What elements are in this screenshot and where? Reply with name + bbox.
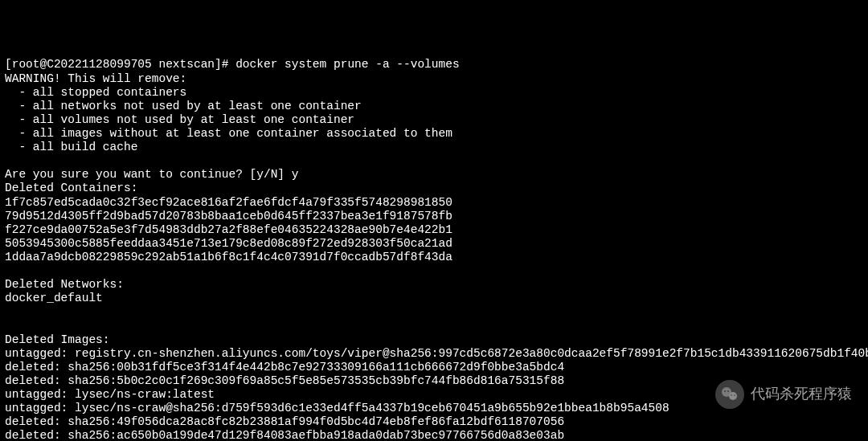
deleted-images-header: Deleted Images: bbox=[5, 333, 863, 347]
deleted-networks-header: Deleted Networks: bbox=[5, 278, 863, 292]
watermark: 代码杀死程序猿 bbox=[715, 380, 852, 409]
image-entry: deleted: sha256:ac650b0a199de47d129f8408… bbox=[5, 429, 863, 441]
container-id: 1f7c857ed5cada0c32f3ecf92ace816af2fae6fd… bbox=[5, 196, 863, 210]
confirm-question: Are you sure you want to continue? [y/N] bbox=[5, 168, 292, 181]
container-id: 79d9512d4305ff2d9bad57d20783b8baa1ceb0d6… bbox=[5, 210, 863, 223]
wechat-icon bbox=[715, 380, 744, 409]
svg-point-4 bbox=[731, 394, 732, 396]
network-name: docker_default bbox=[5, 292, 863, 305]
warning-item: - all images without at least one contai… bbox=[5, 127, 863, 141]
watermark-text: 代码杀死程序猿 bbox=[751, 386, 852, 402]
blank-line bbox=[5, 320, 863, 333]
svg-point-2 bbox=[724, 390, 726, 392]
deleted-containers-header: Deleted Containers: bbox=[5, 182, 863, 195]
svg-point-5 bbox=[734, 394, 735, 396]
image-entry: deleted: sha256:49f056dca28ac8fc82b23881… bbox=[5, 415, 863, 429]
warning-header: WARNING! This will remove: bbox=[5, 72, 863, 86]
svg-point-3 bbox=[727, 390, 729, 392]
container-id: 5053945300c5885feeddaa3451e713e179c8ed08… bbox=[5, 237, 863, 251]
command-text: docker system prune -a --volumes bbox=[235, 58, 459, 71]
confirm-line[interactable]: Are you sure you want to continue? [y/N]… bbox=[5, 168, 863, 182]
warning-item: - all build cache bbox=[5, 141, 863, 154]
shell-prompt: [root@C20221128099705 nextscan]# bbox=[5, 58, 235, 71]
svg-point-1 bbox=[729, 392, 737, 400]
warning-item: - all networks not used by at least one … bbox=[5, 100, 863, 113]
image-entry: deleted: sha256:00b31fdf5ce3f314f4e442b8… bbox=[5, 361, 863, 374]
container-id: f227ce9da00752a5e3f7d54983ddb27a2f88efe0… bbox=[5, 223, 863, 237]
warning-item: - all volumes not used by at least one c… bbox=[5, 113, 863, 127]
blank-line bbox=[5, 305, 863, 319]
blank-line bbox=[5, 264, 863, 278]
confirm-answer: y bbox=[292, 168, 299, 181]
warning-item: - all stopped containers bbox=[5, 86, 863, 100]
command-line[interactable]: [root@C20221128099705 nextscan]# docker … bbox=[5, 58, 863, 71]
image-entry: untagged: registry.cn-shenzhen.aliyuncs.… bbox=[5, 347, 863, 361]
blank-line bbox=[5, 154, 863, 168]
container-id: 1ddaa7a9dcb08229859c292ab51a1b6f8c1f4c4c… bbox=[5, 251, 863, 264]
